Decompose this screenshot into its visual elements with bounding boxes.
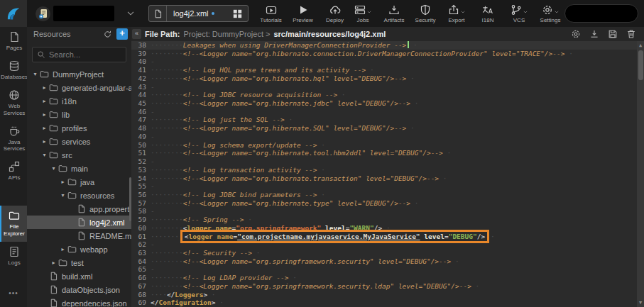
code-line-51[interactable]: 51········<!--<Logger name="org.hibernat… xyxy=(131,149,644,157)
sidebar-item-apis[interactable]: APIs xyxy=(0,157,27,186)
tree-item-src[interactable]: ▾ src xyxy=(27,148,131,162)
resource-search-box[interactable] xyxy=(32,47,126,62)
toolbar-vcs-button[interactable]: VCS xyxy=(508,4,530,23)
toolbar-tutorials-button[interactable]: Tutorials xyxy=(260,4,283,23)
code-line-69[interactable]: 69</Configuration> · xyxy=(131,298,644,307)
tree-caret-icon[interactable]: ▸ xyxy=(59,179,67,185)
code-line-67[interactable]: 67········<!--<Logger name="org.springfr… xyxy=(131,282,644,291)
tree-item-resources[interactable]: ▾ resources xyxy=(27,189,131,202)
tree-caret-icon[interactable]: ▸ xyxy=(59,246,67,252)
add-resource-button[interactable]: + xyxy=(116,28,128,40)
tree-item-dependencies-json[interactable]: dependencies.json xyxy=(27,296,131,307)
code-line-48[interactable]: 48········<!--<Logger name="org.hibernat… xyxy=(131,124,644,133)
code-line-58[interactable]: 58- xyxy=(131,207,644,216)
code-line-49[interactable]: 49- xyxy=(131,133,644,141)
tree-caret-icon[interactable]: ▾ xyxy=(59,192,67,199)
code-line-68[interactable]: 68····</Loggers> · xyxy=(131,291,644,299)
collapse-panel-button[interactable]: « xyxy=(132,29,141,39)
code-line-42[interactable]: 42········<!--<Logger name="org.hibernat… xyxy=(131,74,644,83)
scrollbar-thumb[interactable] xyxy=(638,50,643,80)
file-settings-button[interactable] xyxy=(571,29,581,39)
toolbar-settings-button[interactable]: Settings xyxy=(539,4,562,23)
code-line-57[interactable]: 57········<!--<Logger name="org.hibernat… xyxy=(131,199,644,208)
code-line-46[interactable]: 46- xyxy=(131,108,644,116)
toolbar-export-button[interactable]: Export xyxy=(445,4,468,23)
scroll-down-icon[interactable]: ▼ xyxy=(637,299,644,306)
tree-caret-icon[interactable]: ▾ xyxy=(40,152,48,158)
sidebar-item-file-explorer[interactable]: File Explorer xyxy=(0,206,27,241)
tree-caret-icon[interactable]: ▾ xyxy=(31,71,39,77)
sidebar-item-java-services[interactable]: Java Services xyxy=(0,121,27,157)
layout-grid-icon[interactable] xyxy=(233,9,242,18)
tree-item-test[interactable]: ▸ test xyxy=(27,256,131,269)
code-line-53[interactable]: 53········<!-- Log transaction activity … xyxy=(131,166,644,174)
tree-caret-icon[interactable]: ▸ xyxy=(50,259,58,266)
code-line-43[interactable]: 43- xyxy=(131,83,644,91)
code-line-40[interactable]: 40- xyxy=(131,57,644,66)
tree-item-dataobjects-json[interactable]: dataObjects.json xyxy=(27,283,131,296)
save-file-button[interactable] xyxy=(608,29,618,39)
code-line-64[interactable]: 64········<!--<Logger name="org.springfr… xyxy=(131,257,644,266)
tree-item-main[interactable]: ▾ main xyxy=(27,162,131,175)
tree-caret-icon[interactable]: ▸ xyxy=(40,84,48,91)
export-icon xyxy=(448,4,459,16)
code-line-54[interactable]: 54········<!--<Logger name="org.hibernat… xyxy=(131,174,644,183)
code-line-62[interactable]: 62- xyxy=(131,240,644,249)
toolbar-i18n-button[interactable]: I18N xyxy=(476,4,499,23)
tree-item-webapp[interactable]: ▸ webapp xyxy=(27,242,131,256)
download-file-button[interactable] xyxy=(589,29,599,39)
tree-caret-icon[interactable]: ▸ xyxy=(40,98,48,104)
scroll-up-icon[interactable]: ▲ xyxy=(637,42,644,49)
toolbar-preview-button[interactable]: Preview xyxy=(292,4,315,23)
code-line-41[interactable]: 41········<!-- Log HQL parse trees and i… xyxy=(131,66,644,74)
code-line-55[interactable]: 55- xyxy=(131,182,644,191)
editor-scrollbar[interactable]: ▲ ▼ xyxy=(637,41,644,307)
tree-item-lib[interactable]: ▸ lib xyxy=(27,108,131,121)
code-line-59[interactable]: 59········<!-- Spring --> · xyxy=(131,216,644,224)
toolbar-artifacts-button[interactable]: Artifacts xyxy=(383,4,405,23)
tree-item-profiles[interactable]: ▸ profiles xyxy=(27,121,131,135)
code-line-66[interactable]: 66········<!-- Log LDAP provider --> · xyxy=(131,274,644,282)
code-line-61[interactable]: 61········<logger name="com.projectname.… xyxy=(131,233,644,241)
nav-overflow-button[interactable]: ••• xyxy=(0,289,27,307)
open-file-tab[interactable]: log4j2.xml xyxy=(148,5,249,22)
tree-item-i18n[interactable]: ▸ i18n xyxy=(27,94,131,108)
code-line-50[interactable]: 50········<!-- Log schema export/update … xyxy=(131,141,644,150)
sidebar-item-web-services[interactable]: Web Services xyxy=(0,85,27,121)
toolbar-button-label: Security xyxy=(415,17,436,23)
code-line-45[interactable]: 45········<!--<Logger name="org.hibernat… xyxy=(131,99,644,108)
app-logo[interactable] xyxy=(0,0,27,27)
tree-item-services[interactable]: ▸ services xyxy=(27,135,131,148)
project-selector[interactable] xyxy=(36,6,136,21)
tree-item-dummyproject[interactable]: ▾ DummyProject xyxy=(27,67,131,81)
tree-caret-icon[interactable]: ▸ xyxy=(40,138,48,145)
code-line-47[interactable]: 47········<!-- Log just the SQL --> · xyxy=(131,116,644,124)
sidebar-item-logs[interactable]: Logs xyxy=(0,242,27,271)
code-editor[interactable]: ▲ ▼ 38········Leakages when using Driver… xyxy=(131,41,644,307)
tree-item-log4j2-xml[interactable]: log4j2.xml xyxy=(27,216,131,229)
toolbar-security-button[interactable]: Security xyxy=(414,4,437,23)
code-line-39[interactable]: 39········<!--<Logger name="org.hibernat… xyxy=(131,50,644,58)
delete-file-button[interactable] xyxy=(626,29,636,39)
code-line-65[interactable]: 65- xyxy=(131,265,644,274)
code-line-38[interactable]: 38········Leakages when using DriverMana… xyxy=(131,41,644,50)
tree-item-java[interactable]: ▸ java xyxy=(27,175,131,189)
code-line-52[interactable]: 52- xyxy=(131,157,644,166)
tree-item-generated-angular-app[interactable]: ▸ generated-angular-app xyxy=(27,81,131,94)
sidebar-item-pages[interactable]: Pages xyxy=(0,27,27,56)
tree-item-build-xml[interactable]: build.xml xyxy=(27,269,131,283)
toolbar-jobs-button[interactable]: Jobs xyxy=(351,4,374,23)
sidebar-item-databases[interactable]: Databases xyxy=(0,56,27,85)
tree-item-readme-md[interactable]: README.md xyxy=(27,229,131,242)
tree-item-app-properties[interactable]: app.properties xyxy=(27,202,131,216)
search-input[interactable] xyxy=(49,50,121,59)
code-line-44[interactable]: 44········<!-- Log JDBC resource acquisi… xyxy=(131,91,644,99)
refresh-icon[interactable] xyxy=(103,30,112,39)
code-line-56[interactable]: 56········<!-- Log JDBC bind parameters … xyxy=(131,191,644,199)
toolbar-deploy-button[interactable]: Deploy xyxy=(324,4,346,23)
code-line-60[interactable]: 60········<logger name="org.springframew… xyxy=(131,224,644,233)
tree-caret-icon[interactable]: ▸ xyxy=(40,125,48,131)
code-line-63[interactable]: 63········<!-- Security --> · xyxy=(131,249,644,257)
tree-caret-icon[interactable]: ▾ xyxy=(50,165,58,172)
tree-caret-icon[interactable]: ▸ xyxy=(40,111,48,118)
